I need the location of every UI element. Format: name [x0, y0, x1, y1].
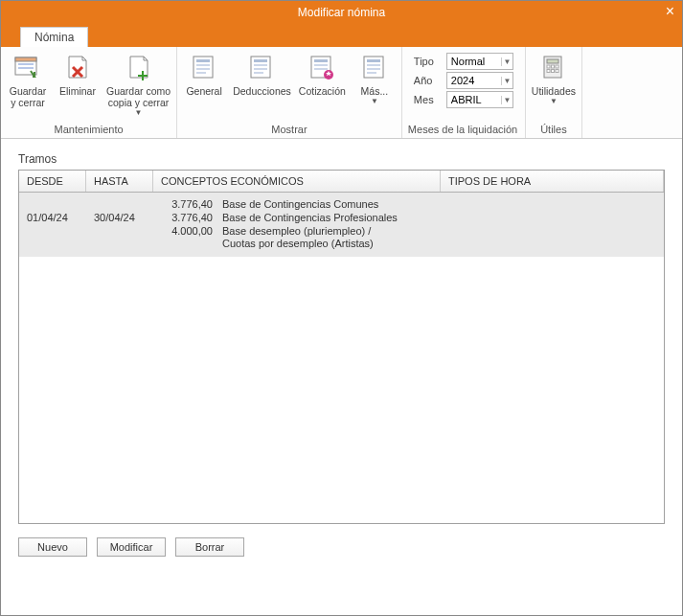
close-icon[interactable]: × — [666, 3, 674, 20]
col-desde[interactable]: DESDE — [19, 171, 86, 192]
svg-rect-3 — [18, 67, 34, 69]
save-copy-button[interactable]: Guardar como copia y cerrar ▼ — [106, 51, 171, 122]
svg-rect-21 — [314, 68, 328, 70]
svg-rect-34 — [551, 70, 554, 73]
cell-conceptos: 3.776,40Base de Contingencias Comunes3.7… — [153, 193, 441, 257]
group-utiles: Utilidades ▼ Útiles — [526, 47, 582, 138]
svg-rect-9 — [196, 59, 210, 62]
nuevo-button[interactable]: Nuevo — [18, 537, 87, 557]
titlebar: Modificar nómina × — [1, 1, 682, 24]
delete-icon — [62, 53, 93, 83]
group-mantenimiento: Guardar y cerrar Eliminar Guardar como c… — [1, 47, 177, 138]
save-copy-icon — [124, 53, 154, 83]
bottom-buttons: Nuevo Modificar Borrar — [1, 524, 682, 570]
svg-rect-11 — [196, 68, 210, 70]
tipo-combo[interactable]: Normal▼ — [446, 53, 513, 70]
col-tipos[interactable]: TIPOS DE HORA — [441, 171, 664, 192]
chevron-down-icon: ▼ — [501, 96, 512, 104]
content: Tramos DESDE HASTA CONCEPTOS ECONÓMICOS … — [1, 139, 682, 524]
svg-rect-16 — [254, 68, 267, 70]
svg-rect-33 — [547, 70, 550, 73]
col-conceptos[interactable]: CONCEPTOS ECONÓMICOS — [153, 171, 441, 192]
save-close-icon — [12, 53, 43, 83]
ano-label: Año — [414, 75, 441, 86]
mes-combo[interactable]: ABRIL▼ — [446, 91, 513, 108]
svg-rect-1 — [15, 57, 36, 61]
cell-tipos — [441, 193, 664, 257]
group-utiles-label: Útiles — [540, 122, 567, 138]
svg-rect-20 — [314, 64, 328, 66]
svg-rect-24 — [367, 59, 380, 62]
svg-rect-31 — [551, 65, 554, 68]
deducciones-button[interactable]: Deducciones — [233, 51, 291, 122]
svg-rect-15 — [254, 64, 267, 66]
utilidades-label: Utilidades — [532, 85, 576, 97]
mas-label: Más... — [361, 85, 389, 97]
window-title: Modificar nómina — [298, 6, 385, 19]
group-mostrar: General Deducciones Cotización Más... ▼ — [177, 47, 402, 138]
general-icon — [189, 53, 219, 83]
svg-rect-25 — [367, 64, 380, 66]
section-title: Tramos — [18, 152, 665, 166]
save-close-button[interactable]: Guardar y cerrar — [7, 51, 49, 122]
svg-rect-10 — [196, 64, 210, 66]
svg-rect-32 — [556, 65, 558, 68]
cell-hasta: 30/04/24 — [86, 193, 153, 257]
delete-label: Eliminar — [59, 85, 96, 97]
chevron-down-icon: ▼ — [501, 77, 512, 85]
calculator-icon — [538, 53, 569, 83]
table-row[interactable]: 01/04/24 30/04/24 3.776,40Base de Contin… — [19, 193, 664, 257]
save-copy-label: Guardar como copia y cerrar — [106, 85, 171, 108]
modificar-button[interactable]: Modificar — [97, 537, 166, 557]
tipo-label: Tipo — [414, 56, 441, 67]
borrar-button[interactable]: Borrar — [175, 537, 244, 557]
chevron-down-icon: ▼ — [371, 97, 378, 105]
svg-rect-29 — [547, 59, 558, 63]
chevron-down-icon: ▼ — [501, 57, 512, 66]
svg-rect-7 — [138, 75, 148, 77]
utilidades-button[interactable]: Utilidades ▼ — [532, 51, 576, 122]
svg-rect-30 — [547, 65, 550, 68]
general-button[interactable]: General — [183, 51, 225, 122]
general-label: General — [186, 85, 221, 97]
group-meses: Tipo Normal▼ Año 2024▼ Mes ABRIL▼ Meses … — [402, 47, 526, 138]
tabbar: Nómina — [1, 24, 682, 47]
ribbon: Guardar y cerrar Eliminar Guardar como c… — [1, 47, 682, 139]
svg-rect-35 — [556, 70, 558, 73]
col-hasta[interactable]: HASTA — [86, 171, 153, 192]
cell-desde: 01/04/24 — [19, 193, 86, 257]
tramos-grid[interactable]: DESDE HASTA CONCEPTOS ECONÓMICOS TIPOS D… — [18, 170, 665, 524]
svg-rect-12 — [196, 72, 206, 74]
grid-header: DESDE HASTA CONCEPTOS ECONÓMICOS TIPOS D… — [19, 171, 664, 193]
cotizacion-button[interactable]: Cotización — [299, 51, 346, 122]
svg-rect-26 — [367, 68, 380, 70]
group-meses-label: Meses de la liquidación — [408, 122, 519, 138]
cotizacion-icon — [307, 53, 337, 83]
svg-rect-27 — [367, 72, 376, 74]
delete-button[interactable]: Eliminar — [57, 51, 99, 122]
mes-label: Mes — [414, 94, 441, 105]
tab-nomina[interactable]: Nómina — [20, 27, 88, 47]
deducciones-label: Deducciones — [233, 85, 291, 97]
chevron-down-icon: ▼ — [135, 108, 143, 117]
group-mostrar-label: Mostrar — [271, 122, 307, 138]
group-mantenimiento-label: Mantenimiento — [54, 122, 123, 138]
svg-rect-14 — [254, 59, 267, 62]
mas-icon — [359, 53, 390, 83]
mas-button[interactable]: Más... ▼ — [353, 51, 396, 122]
svg-rect-2 — [18, 63, 34, 65]
ano-combo[interactable]: 2024▼ — [446, 72, 513, 89]
svg-rect-19 — [314, 59, 328, 62]
save-close-label: Guardar y cerrar — [10, 85, 47, 108]
svg-rect-17 — [254, 72, 263, 74]
cotizacion-label: Cotización — [299, 85, 346, 97]
deducciones-icon — [246, 53, 277, 83]
chevron-down-icon: ▼ — [550, 97, 558, 105]
